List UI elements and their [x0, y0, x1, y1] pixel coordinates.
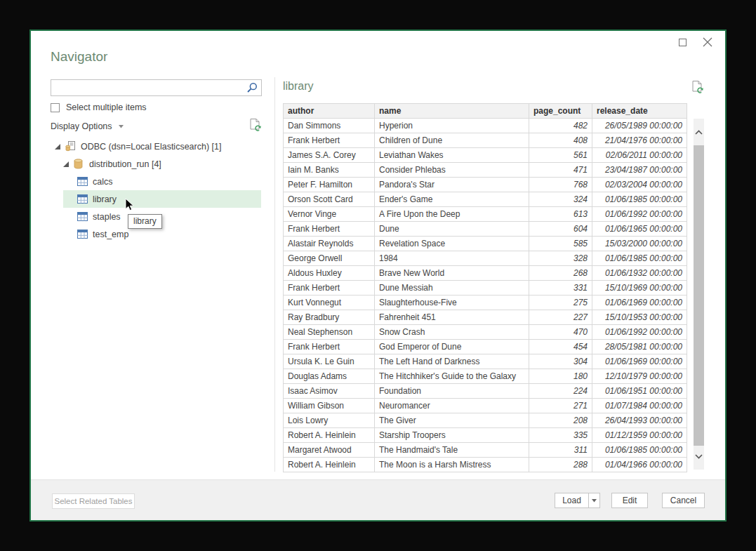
table-row: Robert A. HeinleinStarship Troopers33501… [284, 428, 687, 443]
table-row: Frank HerbertDune60401/06/1965 00:00:00 [284, 222, 687, 237]
cell-page_count: 224 [529, 384, 592, 399]
cell-name: God Emperor of Dune [375, 340, 529, 354]
column-header-page_count: page_count [529, 104, 592, 119]
cell-name: Neuromancer [375, 399, 529, 413]
select-multiple-checkbox[interactable] [51, 103, 60, 112]
cell-page_count: 227 [529, 310, 592, 325]
expander-icon[interactable] [63, 161, 69, 167]
tree-item-calcs[interactable]: calcs [31, 173, 270, 190]
table-row: Frank HerbertGod Emperor of Dune45428/05… [284, 340, 687, 354]
cell-release_date: 01/06/1985 00:00:00 [592, 192, 687, 207]
cell-release_date: 01/06/1965 00:00:00 [592, 222, 687, 237]
cell-author: Lois Lowry [284, 413, 375, 428]
refresh-preview-button[interactable] [691, 80, 704, 94]
preview-scrollbar[interactable] [694, 119, 704, 470]
maximize-icon [679, 39, 687, 46]
cell-author: Aldous Huxley [284, 266, 375, 281]
cell-author: Orson Scott Card [284, 192, 375, 207]
cell-author: George Orwell [284, 251, 375, 266]
table-header-row: authornamepage_countrelease_date [284, 104, 687, 119]
tree-item-label: distribution_run [4] [89, 159, 161, 169]
cell-name: Foundation [375, 384, 529, 399]
table-icon [77, 194, 88, 204]
select-multiple-label: Select multiple items [66, 102, 147, 112]
refresh-tree-button[interactable] [249, 118, 262, 132]
cell-release_date: 28/05/1981 00:00:00 [592, 340, 687, 354]
scroll-thumb[interactable] [694, 145, 704, 446]
cell-release_date: 01/06/1969 00:00:00 [592, 296, 687, 310]
expander-icon[interactable] [55, 144, 60, 150]
select-related-tables-button[interactable]: Select Related Tables [52, 493, 135, 509]
cell-release_date: 01/06/1992 00:00:00 [592, 325, 687, 340]
tree-item-library[interactable]: library [31, 190, 270, 208]
cell-release_date: 01/06/1932 00:00:00 [592, 266, 687, 281]
cell-author: Frank Herbert [284, 281, 375, 296]
cell-page_count: 335 [529, 428, 592, 443]
tree-item-label: test_emp [93, 230, 128, 239]
table-row: Orson Scott CardEnder's Game32401/06/198… [284, 192, 687, 207]
table-row: Frank HerbertChildren of Dune40821/04/19… [284, 133, 687, 148]
cell-page_count: 304 [529, 354, 592, 369]
table-row: James S.A. CoreyLeviathan Wakes56102/06/… [284, 148, 687, 163]
refresh-icon [691, 80, 704, 94]
cell-release_date: 01/12/1959 00:00:00 [592, 428, 687, 443]
table-row: Peter F. HamiltonPandora's Star76802/03/… [284, 178, 687, 192]
cell-page_count: 604 [529, 222, 592, 237]
cell-page_count: 180 [529, 369, 592, 384]
cell-author: Dan Simmons [284, 119, 375, 133]
load-button[interactable]: Load [555, 493, 589, 508]
load-dropdown-button[interactable] [588, 493, 600, 508]
close-icon [703, 37, 712, 47]
cell-page_count: 470 [529, 325, 592, 340]
table-row: Neal StephensonSnow Crash47001/06/1992 0… [284, 325, 687, 340]
column-header-release_date: release_date [592, 104, 687, 119]
cell-name: The Hitchhiker's Guide to the Galaxy [375, 369, 529, 384]
display-options-button[interactable]: Display Options [51, 121, 124, 131]
cell-author: Alastair Reynolds [284, 237, 375, 251]
edit-button[interactable]: Edit [611, 493, 648, 508]
cell-author: Frank Herbert [284, 222, 375, 237]
tree-item-odbc-dsn-local-elasticsearch-1[interactable]: ODBC (dsn=Local Elasticsearch) [1] [31, 138, 270, 155]
navigator-title: Navigator [51, 49, 107, 65]
cell-author: Margaret Atwood [284, 443, 375, 458]
column-header-author: author [284, 104, 375, 119]
table-row: Isaac AsimovFoundation22401/06/1951 00:0… [284, 384, 687, 399]
table-row: Ray BradburyFahrenheit 45122715/10/1953 … [284, 310, 687, 325]
tree-item-distribution-run-4[interactable]: distribution_run [4] [31, 155, 270, 173]
cell-author: Vernor Vinge [284, 207, 375, 222]
scroll-up-button[interactable] [694, 123, 704, 141]
cell-release_date: 26/04/1993 00:00:00 [592, 413, 687, 428]
search-input[interactable] [51, 80, 246, 95]
cell-name: Dune Messiah [375, 281, 529, 296]
cell-author: Robert A. Heinlein [284, 458, 375, 472]
refresh-icon [249, 118, 262, 132]
close-button[interactable] [700, 35, 715, 49]
navigator-dialog: Navigator Select multiple items Display … [29, 29, 727, 522]
cell-page_count: 768 [529, 178, 592, 192]
cell-release_date: 01/06/1985 00:00:00 [592, 443, 687, 458]
cell-page_count: 208 [529, 413, 592, 428]
cell-page_count: 331 [529, 281, 592, 296]
table-row: Aldous HuxleyBrave New World26801/06/193… [284, 266, 687, 281]
cell-author: Peter F. Hamilton [284, 178, 375, 192]
cell-release_date: 01/06/1992 00:00:00 [592, 207, 687, 222]
cell-page_count: 324 [529, 192, 592, 207]
cell-release_date: 26/05/1989 00:00:00 [592, 119, 687, 133]
search-icon[interactable] [246, 82, 258, 93]
cell-page_count: 585 [529, 237, 592, 251]
table-row: Ursula K. Le GuinThe Left Hand of Darkne… [284, 354, 687, 369]
display-options-row: Display Options [51, 119, 262, 133]
cell-name: Ender's Game [375, 192, 529, 207]
cell-author: Neal Stephenson [284, 325, 375, 340]
scroll-down-button[interactable] [694, 447, 704, 465]
cell-name: A Fire Upon the Deep [375, 207, 529, 222]
cell-name: Starship Troopers [375, 428, 529, 443]
cell-name: 1984 [375, 251, 529, 266]
maximize-button[interactable] [675, 35, 690, 49]
cancel-button[interactable]: Cancel [662, 493, 705, 508]
cell-author: William Gibson [284, 399, 375, 413]
table-row: Dan SimmonsHyperion48226/05/1989 00:00:0… [284, 119, 687, 133]
cell-name: Snow Crash [375, 325, 529, 340]
table-row: Frank HerbertDune Messiah33115/10/1969 0… [284, 281, 687, 296]
cell-release_date: 01/07/1984 00:00:00 [592, 399, 687, 413]
